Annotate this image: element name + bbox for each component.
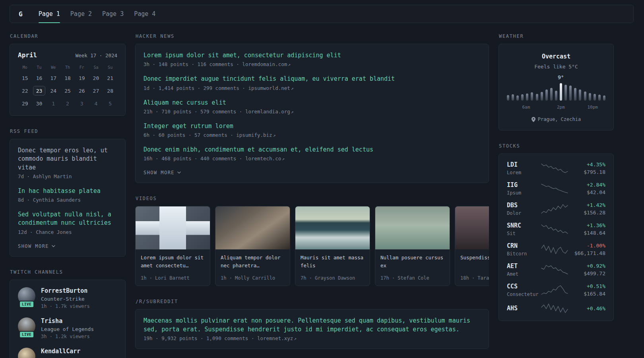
- video-meta: 1h · Molly Carrillo: [221, 275, 285, 281]
- stock-row[interactable]: AHS +0.46%: [507, 303, 605, 313]
- hn-item-domain[interactable]: loremtech.co↗: [245, 156, 285, 161]
- hn-item-domain[interactable]: ipsumify.biz↗: [236, 132, 275, 138]
- axis-label: 6am: [522, 105, 530, 110]
- stock-name: Lorem: [507, 170, 541, 175]
- header-bar: G Page 1 Page 2 Page 3 Page 4: [10, 5, 634, 23]
- weather-bar: [603, 95, 605, 101]
- hn-item-domain[interactable]: ipsumworld.net↗: [248, 85, 293, 91]
- stock-row[interactable]: DBS Dolor +1.42% $156.28: [507, 202, 605, 216]
- stock-price: $165.84: [568, 291, 605, 297]
- reddit-post-title[interactable]: Maecenas mollis pulvinar erat non posuer…: [144, 317, 481, 334]
- reddit-post-domain[interactable]: loremnet.xyz↗: [257, 335, 297, 341]
- stock-price: $156.28: [568, 210, 605, 216]
- rss-item-title[interactable]: Donec tempor eros leo, ut commodo mauris…: [18, 146, 117, 172]
- hn-item-domain[interactable]: loremlandia.org↗: [245, 109, 294, 115]
- stock-row[interactable]: CRN Bitcorn -1.00% $66,171.48: [507, 242, 605, 257]
- stock-sparkline: [541, 204, 568, 214]
- weather-feels-like: Feels like 5°C: [507, 64, 605, 70]
- calendar-day: 27: [90, 86, 102, 95]
- video-body: Aliquam tempor dolor nec pharetra… 1h · …: [215, 249, 290, 286]
- rss-item-title[interactable]: Sed volutpat nulla nisl, a condimentum n…: [18, 210, 117, 228]
- show-more-button[interactable]: SHOW MORE: [18, 243, 55, 249]
- video-meta: 7h · Grayson Dawson: [301, 275, 365, 281]
- video-thumbnail: [375, 206, 450, 249]
- calendar-weekday-row: Mo Tu We Th Fr Sa Su: [18, 65, 117, 70]
- subreddit-card: Maecenas mollis pulvinar erat non posuer…: [135, 309, 489, 349]
- stock-id: SNRC Sit: [507, 222, 541, 236]
- hn-item-stats: 3h · 148 points · 116 comments ·: [144, 61, 239, 67]
- app-logo[interactable]: G: [19, 5, 23, 23]
- hn-item-title[interactable]: Aliquam nec cursus elit: [144, 99, 481, 107]
- weather-bars: [507, 82, 605, 101]
- weather-bar: [579, 90, 581, 101]
- videos-row: Lorem ipsum dolor sit amet consectetu… 1…: [135, 206, 489, 286]
- hn-item-title[interactable]: Lorem ipsum dolor sit amet, consectetur …: [144, 51, 481, 60]
- video-card[interactable]: Suspendisse diam 18h · Tara: [455, 206, 489, 286]
- tab-page-2[interactable]: Page 2: [70, 5, 92, 23]
- tab-page-4[interactable]: Page 4: [134, 5, 155, 23]
- tab-page-3[interactable]: Page 3: [102, 5, 124, 23]
- hacker-news-widget: HACKER NEWS Lorem ipsum dolor sit amet, …: [135, 33, 489, 183]
- stock-price: $66,171.48: [568, 250, 605, 256]
- hn-item: Aliquam nec cursus elit 21h · 710 points…: [144, 99, 481, 115]
- stocks-card: LDI Lorem +4.35% $795.18 IIG Ipsum: [499, 154, 614, 321]
- video-card[interactable]: Lorem ipsum dolor sit amet consectetu… 1…: [135, 206, 210, 286]
- weather-bar: [574, 88, 576, 101]
- hn-item-domain[interactable]: loremdomain.com↗: [242, 61, 291, 67]
- axis-label: 10pm: [588, 105, 598, 110]
- stock-row[interactable]: SNRC Sit +1.36% $148.64: [507, 222, 605, 236]
- calendar-day: 26: [76, 86, 88, 95]
- calendar-day: 21: [104, 73, 116, 83]
- calendar-day-outside: 1: [47, 99, 60, 108]
- domain-text: loremtech.co: [245, 156, 281, 161]
- reddit-post: Maecenas mollis pulvinar erat non posuer…: [144, 317, 481, 341]
- rss-item: In hac habitasse platea 8d · Cynthia Sau…: [18, 187, 117, 203]
- twitch-channel[interactable]: LIVE ForrestBurton Counter-Strike 1h · 1…: [18, 287, 117, 309]
- stock-row[interactable]: IIG Ipsum +2.84% $42.04: [507, 181, 605, 196]
- rss-item-title[interactable]: In hac habitasse platea: [18, 187, 117, 195]
- stock-row[interactable]: AET Amet +0.92% $499.72: [507, 263, 605, 277]
- stock-id: CCS Consectetur: [507, 283, 541, 297]
- stock-row[interactable]: LDI Lorem +4.35% $795.18: [507, 161, 605, 175]
- weekday-label: Th: [65, 65, 70, 70]
- show-more-label: SHOW MORE: [18, 243, 49, 249]
- weather-bar: [536, 94, 538, 101]
- video-card[interactable]: Aliquam tempor dolor nec pharetra… 1h · …: [215, 206, 290, 286]
- weather-bar: [531, 92, 533, 101]
- video-meta: 1h · Lori Barnett: [141, 275, 205, 281]
- stock-sparkline: [541, 285, 568, 295]
- external-link-icon: ↗: [288, 62, 291, 67]
- calendar-day: 20: [90, 73, 102, 83]
- twitch-channel[interactable]: KendallCarr: [18, 348, 117, 358]
- stock-change: +1.42%: [568, 202, 605, 208]
- hn-item-meta: 3h · 148 points · 116 comments · loremdo…: [144, 61, 481, 67]
- weekday-label: Sa: [93, 65, 98, 70]
- hn-item-title[interactable]: Integer eget rutrum lorem: [144, 122, 481, 130]
- hn-item-stats: 21h · 710 points · 579 comments ·: [144, 109, 242, 115]
- twitch-channel[interactable]: LIVE Trisha League of Legends 3h · 1.2k …: [18, 317, 117, 339]
- stock-price: $42.04: [568, 189, 605, 195]
- stock-id: LDI Lorem: [507, 161, 541, 175]
- video-card[interactable]: Mauris sit amet massa felis 7h · Grayson…: [295, 206, 370, 286]
- show-more-button[interactable]: SHOW MORE: [144, 169, 181, 175]
- stock-row[interactable]: CCS Consectetur +0.51% $165.84: [507, 283, 605, 297]
- stock-sparkline: [541, 224, 568, 234]
- tab-page-1[interactable]: Page 1: [39, 5, 60, 23]
- hacker-news-card: Lorem ipsum dolor sit amet, consectetur …: [135, 44, 489, 183]
- stock-name: Dolor: [507, 210, 541, 216]
- video-title: Aliquam tempor dolor nec pharetra…: [221, 254, 285, 269]
- stock-values: +4.35% $795.18: [568, 161, 605, 175]
- location-pin-icon: [531, 117, 535, 122]
- live-badge: LIVE: [19, 331, 34, 338]
- hn-item-title[interactable]: Donec imperdiet augue tincidunt felis al…: [144, 75, 481, 83]
- channel-game: League of Legends: [41, 326, 94, 332]
- axis-label: 2pm: [557, 105, 565, 110]
- hn-item-title[interactable]: Donec enim nibh, condimentum et accumsan…: [144, 146, 481, 154]
- weekday-label: Mo: [23, 65, 27, 70]
- video-card[interactable]: Nullam posuere cursus ex 17h · Stefan Co…: [375, 206, 450, 286]
- weather-location: Prague, Czechia: [507, 117, 605, 122]
- calendar-widget-title: CALENDAR: [10, 33, 126, 39]
- stock-change: +4.35%: [568, 161, 605, 167]
- stock-symbol: AET: [507, 263, 541, 270]
- video-meta: 18h · Tara: [460, 275, 489, 281]
